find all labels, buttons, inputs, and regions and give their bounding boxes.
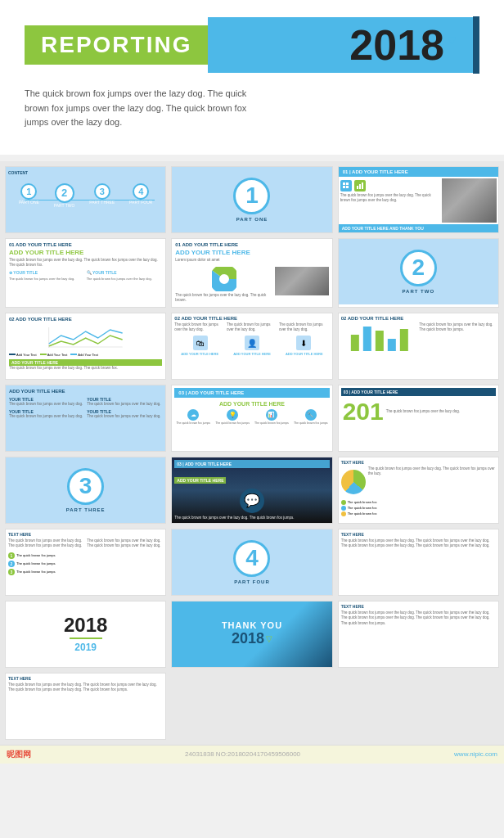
icon-label-1: ⊕ YOUR TITLE [9, 270, 85, 275]
night-overlay-content: 03 | ADD YOUR TITLE HERE ADD YOUR TITLE … [172, 457, 331, 523]
thank-you-text: THANK YOU [222, 620, 282, 630]
add-text-4: The quick brown fox jumps over the lazy … [87, 414, 162, 419]
text-02c: The quick brown fox jumps over the lazy … [419, 322, 496, 333]
dot-line-container: 1 PART ONE 2 PART TWO 3 PART THREE 4 PAR… [8, 177, 163, 211]
icon-table [340, 180, 352, 191]
icon-item-1: ☁ The quick brown fox jumps [174, 409, 212, 425]
svg-rect-2 [343, 186, 345, 188]
notice2-header: TEXT HERE [8, 676, 163, 681]
year-2019: 2019 [74, 642, 97, 653]
add-text-1: The quick brown fox jumps over the lazy … [9, 402, 84, 407]
city-photo-sm [275, 267, 329, 295]
text-cols-header: TEXT HERE [8, 532, 163, 537]
night-add-title: ADD YOUR TITLE HERE [174, 477, 226, 484]
text-cols-grid: The quick brown fox jumps over the lazy … [8, 538, 163, 549]
watermark-code: 24031838 NO:20180204170459506000 [185, 750, 300, 758]
slide-big-1: 1 PART ONE [171, 166, 332, 233]
add-label-1: ADD YOUR TITLE HERE [174, 352, 225, 356]
icon-circle-1: ☁ [187, 409, 199, 421]
circle-2: 2 [55, 183, 74, 203]
slide-big-2: 2 PART TWO [338, 238, 499, 308]
blue-accent-bar [473, 16, 479, 74]
pie-chart-visual [341, 470, 366, 494]
icon-caption-4: The quick brown fox jumps [292, 421, 330, 425]
stat-body: The quick brown fox jumps over the lazy … [386, 409, 460, 414]
header-add: ADD YOUR TITLE HERE [9, 389, 162, 394]
slide-big-3: 3 PART THREE [5, 457, 166, 524]
col-layout-02b: The quick brown fox jumps over the lazy … [174, 322, 329, 333]
part-one-label: PART ONE [236, 217, 268, 222]
year-slide-container: 2018 2019 [6, 601, 165, 667]
watermark-bar: 昵图网 24031838 NO:20180204170459506000 www… [0, 745, 504, 764]
icon-person: 👤 [245, 336, 259, 350]
icon-caption-3: The quick brown fox jumps [253, 421, 290, 425]
numbered-item-3: 3 The quick brown fox jumps [8, 569, 163, 575]
content-row: The quick brown fox jumps over the lazy … [175, 265, 328, 304]
svg-rect-12 [350, 335, 358, 351]
night-text: The quick brown fox jumps over the lazy … [174, 516, 329, 520]
slide-pie: TEXT HERE The quick brown fox jumps over… [338, 457, 499, 524]
part-three-label: PART THREE [66, 507, 106, 512]
thank-year-row: 2018 ▽ [232, 630, 272, 647]
slide-title-01b: 01 ADD YOUR TITLE HERE ADD YOUR TITLE HE… [171, 238, 332, 308]
big-circle-3: 3 [67, 468, 104, 505]
pie-text: The quick brown fox jumps over the lazy … [175, 293, 272, 304]
icon-text-1: The quick brown fox jumps over the lazy … [9, 277, 85, 281]
bar-chart [341, 322, 418, 354]
content-grid-add: YOUR TITLE The quick brown fox jumps ove… [9, 397, 162, 420]
slide-header-01: 01 | ADD YOUR TITLE HERE [339, 167, 498, 177]
numbered-item-1: 1 The quick brown fox jumps [8, 552, 163, 559]
part-four-label: PART FOUR [234, 579, 270, 584]
icon-grid: ⊕ YOUR TITLE 🔍 YOUR TITLE The quick brow… [9, 270, 162, 281]
content-label: CONTENT [8, 170, 163, 175]
left-col: The quick brown fox jumps over the lazy … [175, 265, 272, 304]
header-01b: 01 ADD YOUR TITLE HERE [175, 242, 328, 247]
slide-notice-2: TEXT HERE The quick brown fox jumps over… [5, 673, 166, 740]
thumbnails-grid: CONTENT 1 PART ONE 2 PART TWO 3 PART THR… [0, 161, 504, 745]
icon-bag: 🛍 [193, 336, 208, 350]
chat-icon: 💬 [240, 489, 264, 513]
part-two-label: PART TWO [403, 289, 435, 294]
thank-year: 2018 [232, 630, 264, 647]
icon-item-2: 💡 The quick brown fox jumps [214, 409, 251, 425]
big-circle-2: 2 [400, 250, 437, 286]
col-3-02b: The quick brown fox jumps over the lazy … [279, 322, 330, 333]
cover-triangle: ▽ [448, 34, 457, 47]
legend-green: The quick brown fox [341, 500, 496, 505]
svg-rect-15 [387, 339, 395, 351]
legend-3: Add Your Text [70, 353, 98, 357]
add-item-3: YOUR TITLE The quick brown fox jumps ove… [9, 409, 84, 419]
icon-item-3: 📊 The quick brown fox jumps [253, 409, 290, 425]
svg-rect-16 [399, 329, 407, 351]
svg-point-9 [220, 275, 228, 283]
slide-city-title: 01 | ADD YOUR TITLE HERE The quick brown… [338, 166, 499, 233]
slide-stat-201: 03 | ADD YOUR TITLE HERE 201 The quick b… [338, 385, 499, 452]
city-photo [442, 178, 497, 223]
add-title-green-03: ADD YOUR TITLE HERE [174, 401, 329, 407]
text-col2: The quick brown fox jumps over the lazy … [227, 322, 277, 333]
pie-mini [212, 267, 236, 291]
svg-rect-0 [343, 182, 345, 185]
add-item-2: YOUR TITLE The quick brown fox jumps ove… [87, 397, 162, 407]
year-divider [70, 638, 102, 639]
big-circle-4: 4 [233, 540, 270, 577]
numbered-text-2: The quick brown fox jumps [16, 561, 56, 565]
slide-notice-1: TEXT HERE The quick brown fox jumps over… [338, 601, 499, 668]
num-item-1: 1 PART ONE [19, 183, 39, 208]
header-02a: 02 ADD YOUR TITLE HERE [9, 317, 162, 322]
slide-big-4: 4 PART FOUR [171, 529, 332, 596]
num-item-3: 3 PART THREE [89, 183, 115, 208]
add-label-3: ADD YOUR TITLE HERE [279, 352, 330, 356]
add-item-1: YOUR TITLE The quick brown fox jumps ove… [9, 397, 84, 407]
slide-chart-02c: 02 ADD YOUR TITLE HERE The quick brown f… [338, 313, 499, 380]
slide-add-title: ADD YOUR TITLE HERE YOUR TITLE The quick… [5, 385, 166, 452]
header-stat-03: 03 | ADD YOUR TITLE HERE [341, 388, 496, 396]
slide-title-01a: 01 ADD YOUR TITLE HERE ADD YOUR TITLE HE… [5, 238, 166, 308]
line-chart [9, 323, 162, 348]
svg-rect-5 [359, 184, 361, 189]
big-num-3-container: 3 PART THREE [6, 457, 165, 523]
svg-rect-1 [346, 182, 349, 185]
add-text-2: The quick brown fox jumps over the lazy … [87, 402, 162, 407]
icon-circle-3: 📊 [266, 409, 277, 421]
big-circle-1: 1 [233, 178, 270, 214]
